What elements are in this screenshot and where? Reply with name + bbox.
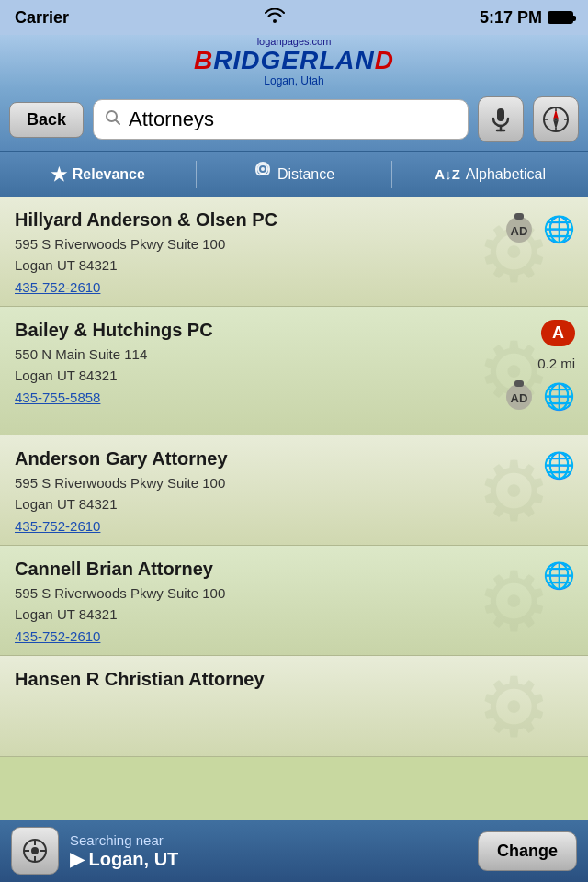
listing-address2: Logan UT 84321 (15, 255, 573, 277)
globe-icon: 🌐 (542, 379, 575, 413)
listing-name: Hillyard Anderson & Olsen PC (15, 209, 573, 231)
ad-tag-icon: AD (502, 209, 537, 248)
listing-address1: 595 S Riverwoods Pkwy Suite 100 (15, 473, 573, 494)
svg-text:AD: AD (511, 224, 528, 238)
distance-badge: A (541, 320, 575, 346)
sort-relevance-label: Relevance (73, 166, 145, 183)
listing-item[interactable]: Cannell Brian Attorney 595 S Riverwoods … (0, 546, 588, 656)
listing-address2: Logan UT 84321 (15, 366, 573, 387)
listing-icons: A 0.2 mi AD 🌐 (502, 320, 575, 415)
svg-point-14 (261, 167, 265, 171)
listing-item[interactable]: Hillyard Anderson & Olsen PC 595 S River… (0, 197, 588, 307)
search-input-wrap[interactable]: Attorneys (93, 99, 469, 140)
listing-address2: Logan UT 84321 (15, 494, 573, 515)
svg-rect-16 (514, 213, 524, 220)
back-button[interactable]: Back (9, 102, 84, 138)
svg-rect-19 (514, 380, 524, 387)
svg-rect-2 (497, 108, 504, 121)
listing-address1: 550 N Main Suite 114 (15, 345, 573, 366)
logo-brand: BRIDGERLAND (194, 47, 394, 75)
icon-row: AD 🌐 (502, 377, 575, 415)
compass-button[interactable] (533, 96, 579, 142)
globe-icon: 🌐 (542, 212, 575, 245)
sort-alphabetical[interactable]: A↓Z Alphabetical (392, 166, 588, 183)
location-pin-icon (254, 162, 272, 187)
bottom-text: Searching near ▶ Logan, UT (70, 832, 467, 870)
svg-point-22 (31, 847, 39, 854)
sort-distance-label: Distance (277, 166, 334, 183)
listing-name: Cannell Brian Attorney (15, 559, 573, 580)
svg-text:AD: AD (511, 391, 528, 405)
star-icon: ★ (51, 164, 67, 186)
battery-icon (548, 11, 573, 24)
time-label: 5:17 PM (480, 8, 542, 28)
logo-bar: loganpages.com BRIDGERLAND Logan, Utah (0, 35, 588, 88)
microphone-icon (490, 107, 512, 132)
distance-letter: A (552, 323, 564, 342)
sort-alpha-label: Alphabetical (466, 166, 546, 183)
microphone-button[interactable] (478, 96, 524, 142)
listing-item[interactable]: Hansen R Christian Attorney (0, 656, 588, 757)
ad-tag-icon: AD (502, 377, 537, 415)
locator-button[interactable] (11, 827, 59, 875)
listing-name: Anderson Gary Attorney (15, 448, 573, 469)
svg-point-8 (554, 118, 558, 121)
listing-address1: 595 S Riverwoods Pkwy Suite 100 (15, 234, 573, 255)
listing-name: Hansen R Christian Attorney (15, 669, 573, 690)
status-right: 5:17 PM (480, 8, 573, 28)
sort-distance[interactable]: Distance (197, 162, 392, 187)
change-button[interactable]: Change (478, 831, 577, 871)
sort-relevance[interactable]: ★ Relevance (0, 164, 196, 186)
globe-icon: 🌐 (542, 448, 575, 481)
listings-container: Hillyard Anderson & Olsen PC 595 S River… (0, 197, 588, 757)
icon-row: AD 🌐 (502, 209, 575, 248)
search-icon (105, 109, 121, 130)
az-icon: A↓Z (435, 166, 460, 182)
listing-icons: AD 🌐 (502, 209, 575, 248)
distance-text: 0.2 mi (537, 356, 575, 371)
listing-item[interactable]: Bailey & Hutchings PC 550 N Main Suite 1… (0, 307, 588, 435)
listing-phone[interactable]: 435-752-2610 (15, 518, 573, 534)
logo-location: Logan, Utah (194, 75, 394, 87)
listing-phone[interactable]: 435-752-2610 (15, 279, 573, 295)
searching-label: Searching near (70, 832, 467, 848)
brand-red2: D (375, 46, 394, 74)
bottom-bar: Searching near ▶ Logan, UT Change (0, 820, 588, 882)
listing-item[interactable]: Anderson Gary Attorney 595 S Riverwoods … (0, 435, 588, 546)
status-bar: Carrier 5:17 PM (0, 0, 588, 35)
logo-container: loganpages.com BRIDGERLAND Logan, Utah (194, 36, 394, 87)
compass-icon (542, 106, 570, 133)
globe-icon: 🌐 (542, 559, 575, 592)
brand-red: B (194, 46, 213, 74)
carrier-label: Carrier (15, 8, 69, 28)
sort-bar: ★ Relevance Distance A↓Z Alphabetical (0, 151, 588, 197)
listing-icons: 🌐 (542, 448, 575, 481)
listing-icons: 🌐 (542, 559, 575, 592)
brand-blue: RIDGERLAN (213, 46, 374, 74)
location-label: ▶ Logan, UT (70, 848, 467, 870)
search-bar: Back Attorneys (0, 88, 588, 151)
locator-icon (22, 838, 48, 864)
svg-line-1 (116, 119, 120, 124)
listing-name: Bailey & Hutchings PC (15, 320, 573, 341)
listing-address1: 595 S Riverwoods Pkwy Suite 100 (15, 583, 573, 605)
search-input-value: Attorneys (129, 107, 214, 131)
listing-address2: Logan UT 84321 (15, 605, 573, 626)
listing-phone[interactable]: 435-752-2610 (15, 628, 573, 644)
wifi-icon (265, 8, 285, 28)
listing-phone[interactable]: 435-755-5858 (15, 390, 573, 405)
